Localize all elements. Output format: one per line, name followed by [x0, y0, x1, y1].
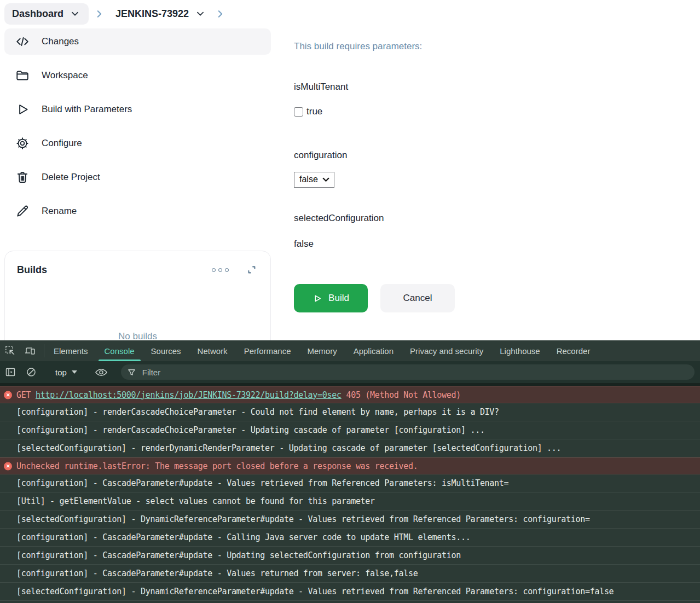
build-button-label: Build [328, 293, 349, 304]
page-title: This build requires parameters: [294, 41, 677, 52]
builds-panel-title: Builds [17, 264, 210, 276]
live-expression-eye-icon[interactable] [93, 364, 109, 380]
console-message-text: [configuration] - renderCascadeChoicePar… [16, 407, 499, 417]
checkbox-label: true [306, 106, 322, 117]
caret-down-icon [72, 370, 77, 374]
filter-input[interactable] [142, 368, 688, 377]
devtools-tabs: ElementsConsoleSourcesNetworkPerformance… [45, 340, 598, 361]
breadcrumb-job[interactable]: JENKINS-73922 [110, 3, 210, 25]
inspect-element-icon[interactable] [2, 343, 19, 358]
console-message-text: [configuration] - renderCascadeChoicePar… [16, 425, 485, 435]
console-log-message: [configuration] - CascadeParameter#updat… [0, 547, 700, 565]
devtools-tab-lighthouse[interactable]: Lighthouse [491, 340, 548, 361]
console-message-text: [configuration] - CascadeParameter#updat… [16, 569, 418, 578]
devtools-tab-performance[interactable]: Performance [236, 340, 299, 361]
sidebar-item-delete-project[interactable]: Delete Project [4, 164, 271, 190]
jenkins-page: Dashboard JENKINS-73922 Changes [0, 0, 700, 340]
console-message-text: [configuration] - CascadeParameter#updat… [16, 478, 508, 488]
devtools-tab-privacy-and-security[interactable]: Privacy and security [402, 340, 491, 361]
sidebar-item-configure[interactable]: Configure [4, 130, 271, 156]
sidebar: Changes Workspace Build with Parameters … [4, 28, 271, 224]
no-builds-text: No builds [5, 331, 270, 340]
chevron-down-icon [322, 177, 329, 182]
execution-context-selector[interactable]: top [51, 366, 82, 379]
console-log-message: [selectedConfiguration] - renderDynamicR… [0, 439, 700, 457]
console-sidebar-toggle-icon[interactable] [2, 364, 19, 380]
console-toolbar: top [0, 361, 700, 383]
parameter-name-ismultitenant: isMultiTenant [294, 82, 677, 92]
chevron-down-icon [71, 11, 79, 16]
sidebar-item-label: Build with Parameters [42, 104, 132, 115]
cancel-button[interactable]: Cancel [380, 284, 455, 312]
console-log-message: [configuration] - renderCascadeChoicePar… [0, 403, 700, 421]
code-icon [15, 34, 30, 49]
console-log-message: [selectedConfiguration] - DynamicReferen… [0, 511, 700, 529]
console-message-text: Unchecked runtime.lastError: The message… [16, 461, 418, 471]
console-message-text: [configuration] - CascadeParameter#updat… [16, 532, 470, 542]
console-message-text: [selectedConfiguration] - renderDynamicR… [16, 443, 561, 453]
selectedconfiguration-value: false [294, 239, 677, 250]
breadcrumb-dashboard[interactable]: Dashboard [4, 3, 89, 25]
sidebar-item-label: Rename [42, 206, 77, 217]
configuration-select[interactable]: false [294, 172, 334, 188]
devtools-tab-network[interactable]: Network [189, 340, 236, 361]
console-log-message: [selectedConfiguration] - DynamicReferen… [0, 583, 700, 601]
filter-funnel-icon [128, 368, 136, 376]
build-parameters-form: This build requires parameters: isMultiT… [294, 27, 677, 312]
sidebar-item-build-with-parameters[interactable]: Build with Parameters [4, 96, 271, 123]
sidebar-item-rename[interactable]: Rename [4, 198, 271, 224]
sidebar-item-label: Configure [42, 138, 82, 149]
devtools-panel: ElementsConsoleSourcesNetworkPerformance… [0, 340, 700, 603]
parameter-name-selectedconfiguration: selectedConfiguration [294, 213, 677, 224]
sidebar-item-changes[interactable]: Changes [4, 28, 271, 55]
sidebar-item-label: Delete Project [42, 172, 100, 183]
sidebar-item-workspace[interactable]: Workspace [4, 62, 271, 89]
screen: Dashboard JENKINS-73922 Changes [0, 0, 700, 603]
console-log-message: [configuration] - CascadeParameter#updat… [0, 529, 700, 547]
error-icon: ✕ [4, 391, 12, 399]
console-message-text: GET http://localhost:5000/jenkins/job/JE… [16, 390, 461, 400]
overflow-menu-icon[interactable] [210, 266, 231, 274]
error-icon: ✕ [4, 462, 12, 470]
console-log-message: [configuration] - renderCascadeChoicePar… [0, 421, 700, 439]
breadcrumb-job-label: JENKINS-73922 [115, 8, 189, 20]
console-filter[interactable] [121, 364, 695, 380]
play-icon [15, 102, 30, 117]
device-toolbar-icon[interactable] [22, 343, 38, 358]
expand-icon[interactable] [245, 263, 258, 276]
context-label: top [55, 368, 67, 377]
play-icon [313, 294, 322, 303]
cancel-button-label: Cancel [403, 293, 432, 304]
devtools-tabbar: ElementsConsoleSourcesNetworkPerformance… [0, 340, 700, 361]
devtools-tab-sources[interactable]: Sources [143, 340, 189, 361]
clear-console-icon[interactable] [23, 364, 39, 380]
select-value: false [299, 175, 318, 184]
console-error-message: ✕GET http://localhost:5000/jenkins/job/J… [0, 386, 700, 403]
devtools-tab-application[interactable]: Application [345, 340, 402, 361]
console-message-text: [selectedConfiguration] - DynamicReferen… [16, 514, 590, 524]
breadcrumb-separator-icon [92, 10, 107, 18]
devtools-tab-console[interactable]: Console [96, 340, 143, 361]
sidebar-item-label: Changes [42, 36, 79, 47]
ismultitenant-checkbox[interactable] [294, 107, 303, 117]
console-log-message: [configuration] - CascadeParameter#updat… [0, 565, 700, 583]
console-log-message: [Util] - getElementValue - select values… [0, 492, 700, 511]
console-messages: ✕GET http://localhost:5000/jenkins/job/J… [0, 386, 700, 601]
breadcrumb: Dashboard JENKINS-73922 [0, 0, 700, 27]
console-request-link[interactable]: http://localhost:5000/jenkins/job/JENKIN… [36, 390, 342, 400]
divider [44, 344, 44, 357]
devtools-tab-memory[interactable]: Memory [299, 340, 345, 361]
builds-panel: Builds No builds [4, 251, 271, 340]
parameter-name-configuration: configuration [294, 150, 677, 161]
console-message-text: [selectedConfiguration] - DynamicReferen… [16, 587, 614, 596]
console-message-text: [configuration] - CascadeParameter#updat… [16, 550, 461, 560]
build-button[interactable]: Build [294, 284, 368, 312]
pencil-icon [15, 204, 30, 218]
trash-icon [15, 170, 30, 184]
console-message-text: [Util] - getElementValue - select values… [16, 496, 375, 506]
console-error-message: ✕Unchecked runtime.lastError: The messag… [0, 457, 700, 474]
devtools-tab-elements[interactable]: Elements [45, 340, 96, 361]
folder-icon [15, 68, 30, 83]
breadcrumb-dashboard-label: Dashboard [12, 8, 63, 20]
devtools-tab-recorder[interactable]: Recorder [548, 340, 599, 361]
